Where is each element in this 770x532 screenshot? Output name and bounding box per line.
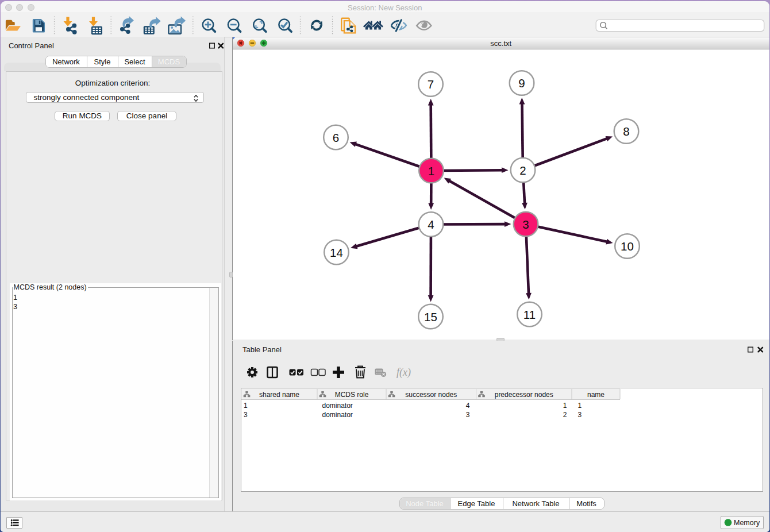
svg-text:Memory: Memory (734, 519, 760, 527)
svg-text:8: 8 (623, 125, 629, 138)
svg-text:7: 7 (428, 78, 434, 91)
svg-text:1: 1 (428, 164, 434, 178)
svg-text:f(x): f(x) (396, 367, 411, 379)
svg-text:11: 11 (523, 308, 536, 321)
svg-text:6: 6 (333, 131, 339, 144)
svg-text:name: name (587, 390, 604, 398)
svg-text:9: 9 (518, 76, 525, 90)
svg-text:14: 14 (330, 246, 343, 259)
svg-text:10: 10 (621, 240, 634, 253)
svg-text:15: 15 (424, 310, 437, 323)
svg-text:successor nodes: successor nodes (405, 390, 457, 398)
svg-text:4: 4 (428, 218, 434, 231)
svg-text:2: 2 (519, 164, 526, 177)
svg-text:shared name: shared name (259, 390, 299, 398)
svg-text:predecessor nodes: predecessor nodes (494, 390, 553, 398)
svg-text:3: 3 (522, 218, 529, 231)
svg-text:MCDS role: MCDS role (334, 390, 368, 398)
